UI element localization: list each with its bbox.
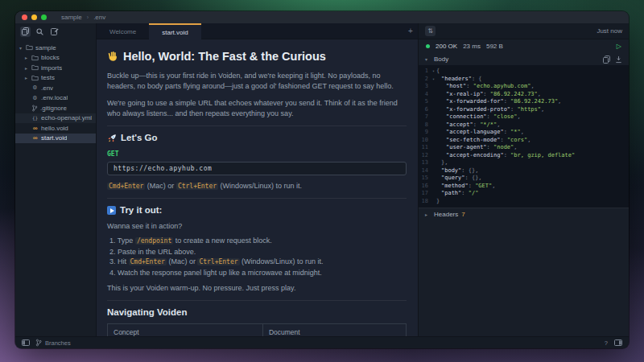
line-number: 13 [419,159,431,167]
tree-item-imports[interactable]: ▸imports [15,63,96,73]
concept-table: Concept Document [107,323,407,336]
toggle-sidebar-button[interactable] [22,339,30,346]
folder-icon [31,64,39,71]
section-heading: Let's Go [107,133,407,143]
response-json: 1▾{2▾"headers": {3"host": "echo.apyhub.c… [419,65,629,208]
json-code: "x-real-ip": "86.92.242.73", [436,91,541,99]
json-line: 18} [419,198,629,206]
status-size: 592 B [486,43,503,50]
try-outro: This is your Voiden warm-up. No pressure… [107,283,407,294]
doc-paragraph: We're going to use a simple URL that ech… [107,98,407,119]
body-section-header[interactable]: ▾ Body [419,53,629,65]
tree-item-env[interactable]: ⚙.env [15,83,96,93]
fold-spacer [431,83,436,91]
tree-item-label: .env [41,84,53,92]
zoom-button[interactable] [41,14,47,20]
tree-item-echo-openapi-yml[interactable]: {}echo-openapi.yml [15,113,96,124]
sidebar-toolbar [15,23,96,39]
response-filler [419,220,629,336]
line-number: 4 [419,91,431,99]
close-button[interactable] [22,14,27,20]
add-tab-button[interactable]: + [403,23,418,39]
tree-item-tests[interactable]: ▸tests [15,73,96,84]
line-number: 8 [419,121,431,130]
tree-item-label: hello.void [41,125,68,132]
search-icon [36,28,43,35]
line-number: 7 [419,113,431,121]
folder-open-icon [26,44,33,51]
download-icon[interactable] [615,56,622,64]
fold-spacer [431,183,436,191]
tree-item-hello-void[interactable]: ∞hello.void [15,123,96,134]
table-header-document: Document [262,324,406,337]
minimize-button[interactable] [31,14,37,20]
doc-title-text: Hello, World: The Fast & the Curious [123,49,326,64]
rocket-emoji-icon [107,134,117,143]
new-file-icon [51,27,59,35]
tree-item-gitignore[interactable]: .gitignore [15,103,96,113]
tree-item-sample[interactable]: ▾sample [15,43,96,53]
run-request-button[interactable]: ▷ [617,43,621,50]
layout-left-icon [22,339,30,346]
line-number: 9 [419,129,431,137]
tab-start-void[interactable]: start.void [149,23,200,39]
tree-item-start-void[interactable]: ∞start.void [15,134,96,144]
http-method-label: GET [107,149,407,159]
infinity-icon: ∞ [31,134,39,142]
copy-icon[interactable] [603,56,610,64]
chevron-right-icon[interactable]: ▸ [425,212,431,217]
status-bar: Branches ? [15,336,629,348]
fold-caret-icon[interactable]: ▾ [431,76,436,84]
response-timestamp: Just now [597,27,622,35]
toggle-panel-button[interactable] [614,339,622,346]
json-code: "method": "GET", [436,183,495,191]
tree-item-label: tests [41,74,55,81]
search-button[interactable] [35,27,45,37]
json-code: "body": {}, [436,167,478,175]
help-button[interactable]: ? [605,339,608,347]
line-number: 2 [419,76,431,84]
fold-spacer [431,91,436,99]
sidebar: ▾sample▸blocks▸imports▸tests⚙.env⚙.env.l… [15,23,97,336]
fold-caret-icon[interactable]: ▾ [431,68,436,76]
line-number: 14 [419,167,431,175]
json-code: "path": "/" [436,190,478,198]
inline-code: Cmd+Enter [107,183,145,190]
try-step: Type /endpoint to create a new request b… [109,236,407,247]
chevron-right-icon: ▸ [23,75,29,80]
try-steps: Type /endpoint to create a new request b… [109,236,407,278]
json-line: 2▾"headers": { [419,76,629,84]
fold-spacer [431,113,436,121]
response-panel: ⇅ Just now 200 OK 23 ms 592 B ▷ ▾ Body [418,23,629,336]
doc-title: Hello, World: The Fast & the Curious [107,49,407,64]
tab-welcome[interactable]: Welcome [97,23,149,39]
status-time: 23 ms [463,43,481,50]
headers-section-header[interactable]: ▸ Headers 7 [419,208,629,220]
json-line: 17"path": "/" [419,190,629,198]
line-number: 10 [419,137,431,145]
status-dot-icon [426,44,430,48]
tree-item-blocks[interactable]: ▸blocks [15,53,96,64]
json-line: 6"x-forwarded-proto": "https", [419,106,629,114]
section-heading-text: Let's Go [121,133,158,143]
url-input[interactable] [107,162,407,175]
breadcrumb-project[interactable]: sample [61,14,82,21]
json-line: 15"query": {}, [419,175,629,183]
inline-code: /endpoint [135,237,173,245]
tab-bar: Welcome start.void + [97,23,418,39]
statusbar-right: ? [605,339,622,347]
tree-item-label: blocks [41,54,60,61]
branches-button[interactable]: Branches [35,339,71,347]
swap-arrows-icon[interactable]: ⇅ [425,26,436,36]
tab-label: start.void [162,29,188,36]
section-heading: Try it out: [107,205,407,216]
json-line: 8"accept": "*/*", [419,121,629,130]
breadcrumb-file[interactable]: .env [93,14,105,21]
chevron-down-icon[interactable]: ▾ [425,56,431,62]
new-file-button[interactable] [49,27,60,37]
tree-item-env-local[interactable]: ⚙.env.local [15,93,96,104]
explorer-files-button[interactable] [20,27,31,37]
document-editor: Hello, World: The Fast & the Curious Buc… [97,39,418,336]
fold-spacer [431,129,436,137]
json-line: 12"accept-encoding": "br, gzip, deflate" [419,152,629,160]
